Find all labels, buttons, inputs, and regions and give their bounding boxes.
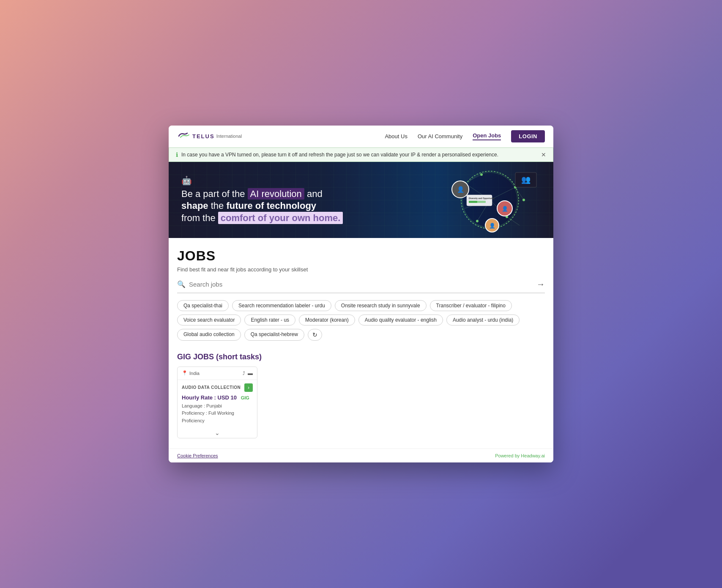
jobs-title: JOBS <box>177 248 545 264</box>
logo-sub: International <box>216 134 242 139</box>
gig-card-header: 📍 India ⤴ ▬ <box>178 367 257 380</box>
svg-text:👤: 👤 <box>457 186 465 193</box>
hero-title-line3: from the comfort of your own home. <box>181 212 422 224</box>
nav-open-jobs[interactable]: Open Jobs <box>473 132 501 140</box>
gig-card-meta: Language : Punjabi Proficiency : Full Wo… <box>182 402 253 425</box>
hero-future: future of technology <box>226 200 316 211</box>
telus-logo-icon <box>177 131 191 141</box>
gig-card-category: AUDIO DATA COLLECTION › <box>182 383 253 392</box>
tag-moderator-korean[interactable]: Moderator (korean) <box>299 315 355 325</box>
tag-audio-quality[interactable]: Audio quality evaluator - english <box>358 315 443 325</box>
gig-jobs-title: GIG JOBS (short tasks) <box>177 353 545 361</box>
search-icon: 🔍 <box>177 280 186 288</box>
hero-eyebrow: 🤖 <box>181 175 422 186</box>
gig-proficiency: Proficiency : Full Working Proficiency <box>182 410 253 424</box>
svg-rect-23 <box>467 195 492 206</box>
navbar: TELUS International About Us Our AI Comm… <box>169 126 553 148</box>
tag-audio-analyst[interactable]: Audio analyst - urdu (india) <box>446 315 520 325</box>
gig-card-actions: ⤴ ▬ <box>243 370 253 376</box>
gig-language: Language : Punjabi <box>182 402 253 410</box>
gig-card-body: AUDIO DATA COLLECTION › Hourly Rate : US… <box>178 380 257 428</box>
hero-globe-svg: 👤 👤 👤 Diversity and Opportunity 👥 <box>422 166 541 234</box>
svg-point-13 <box>476 220 479 222</box>
gig-card[interactable]: 📍 India ⤴ ▬ AUDIO DATA COLLECTION › Hour… <box>177 366 257 439</box>
tag-refresh-button[interactable]: ↻ <box>308 329 322 341</box>
search-arrow-button[interactable]: → <box>536 279 545 289</box>
tag-voice-evaluator[interactable]: Voice search evaluator <box>177 315 241 325</box>
hero-highlight: AI revolution <box>248 188 304 200</box>
logo-area: TELUS International <box>177 131 242 141</box>
gig-card-chevron[interactable]: ⌄ <box>178 428 257 438</box>
tag-english-rater[interactable]: English rater - us <box>244 315 295 325</box>
tag-onsite-research[interactable]: Onsite research study in sunnyvale <box>335 300 427 311</box>
gig-card-location: 📍 India <box>182 370 200 376</box>
hero-banner: 🤖 Be a part of the AI revolution and sha… <box>169 162 553 238</box>
vpn-banner: ℹ In case you have a VPN turned on, plea… <box>169 148 553 162</box>
page-footer: Cookie Preferences Powered by Headway.ai <box>169 449 553 462</box>
nav-about-us[interactable]: About Us <box>385 133 407 139</box>
jobs-subtitle: Find best fit and near fit jobs accordin… <box>177 266 545 273</box>
svg-text:👥: 👥 <box>521 175 531 184</box>
tags-container: Qa specialist-thai Search recommendation… <box>177 300 545 341</box>
tag-global-audio[interactable]: Global audio collection <box>177 329 241 341</box>
hero-title: Be a part of the AI revolution and <box>181 188 422 200</box>
login-button[interactable]: LOGIN <box>511 130 545 142</box>
main-content: JOBS Find best fit and near fit jobs acc… <box>169 238 553 449</box>
info-icon: ℹ <box>176 151 178 158</box>
hero-content: 🤖 Be a part of the AI revolution and sha… <box>181 175 422 224</box>
gig-rate-label: Hourly Rate : USD 10 <box>182 394 237 401</box>
gig-arrow-button[interactable]: › <box>244 383 253 392</box>
tag-qa-thai[interactable]: Qa specialist-thai <box>177 300 229 311</box>
gig-badge: GIG <box>241 395 249 400</box>
gig-card-rate: Hourly Rate : USD 10 GIG <box>182 394 253 401</box>
location-pin-icon: 📍 <box>182 370 188 376</box>
svg-rect-26 <box>469 201 477 203</box>
svg-point-15 <box>480 173 483 176</box>
powered-by: Powered by Headway.ai <box>495 453 545 458</box>
bookmark-icon[interactable]: ▬ <box>248 370 253 376</box>
nav-links: About Us Our AI Community Open Jobs LOGI… <box>385 130 545 142</box>
svg-text:👤: 👤 <box>502 205 508 212</box>
hero-icon: 🤖 <box>181 175 192 186</box>
hero-shape: shape <box>181 200 208 211</box>
hero-line1-prefix: Be a part of the <box>181 189 248 199</box>
logo-text: TELUS <box>192 133 215 139</box>
hero-right: 👤 👤 👤 Diversity and Opportunity 👥 <box>422 166 541 234</box>
tag-transcriber-filipino[interactable]: Transcriber / evaluator - filipino <box>430 300 512 311</box>
svg-text:Diversity and Opportunity: Diversity and Opportunity <box>469 197 495 200</box>
svg-text:👤: 👤 <box>489 222 495 229</box>
cookie-preferences-link[interactable]: Cookie Preferences <box>177 453 218 458</box>
share-icon[interactable]: ⤴ <box>243 371 245 376</box>
vpn-close-icon[interactable]: ✕ <box>541 151 546 158</box>
hero-title-line2: shape the future of technology <box>181 200 422 212</box>
gig-location: India <box>189 371 200 376</box>
search-bar: 🔍 → <box>177 279 545 293</box>
browser-window: TELUS International About Us Our AI Comm… <box>169 126 553 463</box>
hero-line1-suffix: and <box>307 189 323 199</box>
svg-point-14 <box>522 199 525 201</box>
svg-line-7 <box>507 217 520 225</box>
vpn-message: In case you have a VPN turned on, please… <box>181 152 498 158</box>
hero-from: from the <box>181 213 218 223</box>
gig-category-label: AUDIO DATA COLLECTION <box>182 385 241 390</box>
tag-search-urdu[interactable]: Search recommendation labeler - urdu <box>232 300 331 311</box>
search-input[interactable] <box>189 281 533 288</box>
tag-qa-hebrew[interactable]: Qa specialist-hebrew <box>244 329 304 341</box>
hero-comfort: comfort of your own home. <box>218 212 343 224</box>
nav-ai-community[interactable]: Our AI Community <box>418 133 462 139</box>
hero-the: the <box>211 200 227 211</box>
